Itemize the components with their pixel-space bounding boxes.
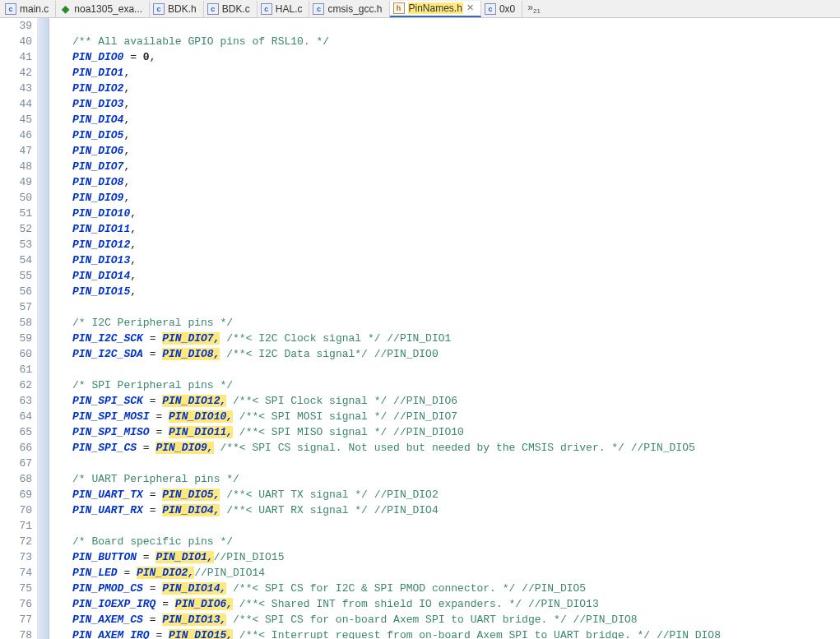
code-line[interactable]	[72, 362, 721, 377]
code-line[interactable]: PIN_DIO5,	[72, 127, 721, 143]
code-line[interactable]: PIN_DIO13,	[72, 252, 721, 268]
tab-cmsis-gcc-h[interactable]: ccmsis_gcc.h	[309, 1, 389, 17]
code-line[interactable]: PIN_DIO4,	[72, 112, 721, 127]
c-file-icon: c	[207, 3, 219, 15]
code-line[interactable]: PIN_UART_RX = PIN_DIO4, /**< UART RX sig…	[72, 502, 721, 518]
code-token: /* SPI Peripheral pins */	[72, 379, 233, 391]
line-number: 75	[0, 581, 32, 596]
editor-tabbar: cmain.c◆noa1305_exa...cBDK.hcBDK.ccHAL.c…	[0, 0, 840, 18]
code-line[interactable]: PIN_SPI_SCK = PIN_DIO12, /**< SPI Clock …	[72, 393, 721, 409]
code-line[interactable]: PIN_I2C_SDA = PIN_DIO8, /**< I2C Data si…	[72, 346, 721, 362]
code-token: PIN_DIO2,	[137, 567, 194, 579]
c-file-icon: c	[485, 3, 496, 15]
code-line[interactable]	[72, 518, 721, 534]
tab-overflow-button[interactable]: »21	[522, 2, 545, 15]
code-token: /**< SPI MOSI signal */ //PIN_DIO7	[233, 410, 457, 423]
line-number-gutter: 3940414243444546474849505152535455565758…	[0, 18, 38, 639]
code-token: ,	[130, 207, 137, 220]
code-token: /* I2C Peripheral pins */	[72, 317, 233, 329]
code-token: =	[150, 426, 169, 438]
code-token: /* UART Peripheral pins */	[72, 473, 239, 485]
code-line[interactable]: PIN_UART_TX = PIN_DIO5, /**< UART TX sig…	[72, 487, 721, 502]
code-token: PIN_UART_RX	[72, 504, 143, 516]
code-token: =	[118, 567, 137, 579]
code-line[interactable]: PIN_DIO6,	[72, 143, 721, 159]
code-line[interactable]: PIN_DIO10,	[72, 206, 721, 221]
code-area[interactable]: /** All available GPIO pins of RSL10. */…	[49, 18, 721, 639]
code-line[interactable]: PIN_AXEM_IRQ = PIN_DIO15, /**< Interrupt…	[72, 627, 721, 639]
code-line[interactable]: /* Board specific pins */	[72, 534, 721, 549]
code-line[interactable]: PIN_DIO14,	[72, 268, 721, 284]
line-number: 48	[0, 159, 32, 174]
code-line[interactable]: /* UART Peripheral pins */	[72, 471, 721, 487]
code-token: =	[155, 598, 174, 610]
tab-noa1305-exa-[interactable]: ◆noa1305_exa...	[56, 1, 150, 17]
code-token: PIN_DIO4	[72, 113, 123, 126]
code-token: //PIN_DIO14	[194, 567, 265, 579]
line-number: 40	[0, 34, 32, 49]
code-token: PIN_BUTTON	[72, 551, 137, 563]
code-line[interactable]: PIN_DIO0 = 0,	[72, 49, 721, 65]
code-token: PIN_DIO11,	[169, 426, 233, 438]
code-line[interactable]: PIN_DIO12,	[72, 237, 721, 252]
tab-hal-c[interactable]: cHAL.c	[258, 1, 310, 17]
code-line[interactable]	[72, 18, 721, 34]
code-line[interactable]: PIN_DIO7,	[72, 159, 721, 174]
code-token: PIN_I2C_SCK	[72, 332, 143, 345]
tab-bdk-h[interactable]: cBDK.h	[150, 1, 204, 17]
code-line[interactable]: /* I2C Peripheral pins */	[72, 315, 721, 331]
line-number: 74	[0, 565, 32, 581]
code-token: PIN_DIO6,	[175, 598, 233, 610]
code-token: PIN_SPI_SCK	[72, 395, 143, 407]
line-number: 58	[0, 315, 32, 331]
code-line[interactable]: PIN_AXEM_CS = PIN_DIO13, /**< SPI CS for…	[72, 612, 721, 627]
tab-bdk-c[interactable]: cBDK.c	[204, 1, 258, 17]
code-line[interactable]: PIN_DIO1,	[72, 65, 721, 81]
code-token: =	[137, 551, 155, 563]
line-number: 73	[0, 549, 32, 565]
c-file-icon: c	[261, 3, 272, 15]
code-token: =	[143, 395, 162, 407]
tab-label: PinNames.h	[408, 2, 463, 14]
code-line[interactable]	[72, 456, 721, 471]
tab-main-c[interactable]: cmain.c	[2, 1, 56, 17]
code-line[interactable]: PIN_DIO15,	[72, 284, 721, 299]
code-token: ,	[150, 51, 156, 63]
code-token: ,	[123, 113, 130, 126]
tab-pinnames-h[interactable]: hPinNames.h✕	[390, 1, 481, 17]
code-line[interactable]: PIN_DIO3,	[72, 96, 721, 112]
code-token: =	[137, 442, 155, 454]
code-token: PIN_DIO5,	[162, 489, 220, 501]
close-icon[interactable]: ✕	[466, 2, 474, 13]
code-line[interactable]: /* SPI Peripheral pins */	[72, 377, 721, 393]
code-line[interactable]: PIN_I2C_SCK = PIN_DIO7, /**< I2C Clock s…	[72, 331, 721, 346]
code-line[interactable]: PIN_DIO8,	[72, 174, 721, 190]
code-token: ,	[123, 160, 130, 173]
tab-label: BDK.h	[168, 3, 197, 15]
code-line[interactable]: PIN_LED = PIN_DIO2,//PIN_DIO14	[72, 565, 721, 581]
tab-0x0[interactable]: c0x0	[481, 1, 522, 17]
code-line[interactable]	[72, 299, 721, 315]
code-line[interactable]: PIN_DIO2,	[72, 81, 721, 96]
code-line[interactable]: PIN_BUTTON = PIN_DIO1,//PIN_DIO15	[72, 549, 721, 565]
code-line[interactable]: PIN_SPI_CS = PIN_DIO9, /**< SPI CS signa…	[72, 440, 721, 456]
line-number: 47	[0, 143, 32, 159]
code-line[interactable]: PIN_DIO11,	[72, 221, 721, 237]
code-token: ,	[123, 145, 130, 157]
code-token: PIN_IOEXP_IRQ	[72, 598, 155, 610]
code-line[interactable]: PIN_IOEXP_IRQ = PIN_DIO6, /**< Shared IN…	[72, 596, 721, 612]
code-line[interactable]: PIN_PMOD_CS = PIN_DIO14, /**< SPI CS for…	[72, 581, 721, 596]
fold-strip[interactable]	[38, 18, 49, 639]
code-editor[interactable]: 3940414243444546474849505152535455565758…	[0, 18, 840, 639]
code-line[interactable]: PIN_SPI_MOSI = PIN_DIO10, /**< SPI MOSI …	[72, 409, 721, 424]
code-token: ,	[123, 98, 130, 110]
code-token: PIN_DIO8,	[162, 348, 220, 360]
code-token: /**< Interrupt request from on-board Axe…	[233, 629, 721, 639]
code-token: ,	[123, 176, 130, 188]
code-line[interactable]: PIN_DIO9,	[72, 190, 721, 206]
code-line[interactable]: PIN_SPI_MISO = PIN_DIO11, /**< SPI MISO …	[72, 424, 721, 440]
code-token: PIN_DIO7	[72, 160, 123, 173]
line-number: 55	[0, 268, 32, 284]
code-token: /**< SPI Clock signal */ //PIN_DIO6	[226, 395, 457, 407]
code-line[interactable]: /** All available GPIO pins of RSL10. */	[72, 34, 721, 49]
